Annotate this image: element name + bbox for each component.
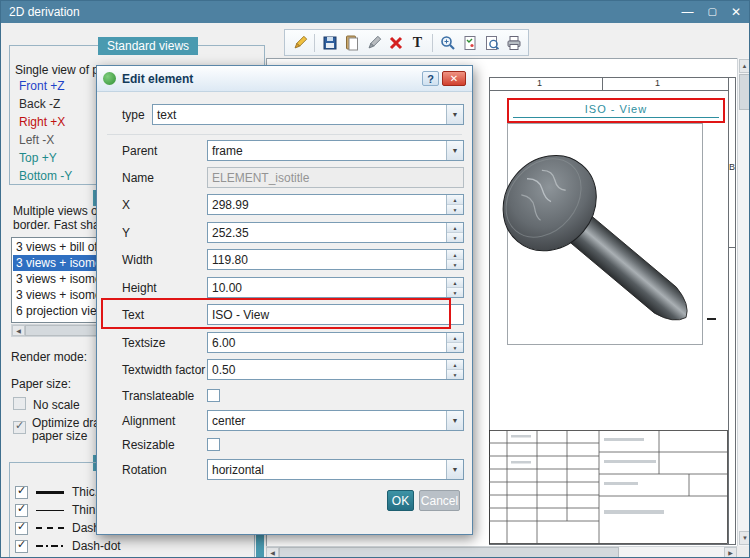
pen-icon[interactable] bbox=[363, 32, 384, 53]
parent-label: Parent bbox=[122, 144, 157, 158]
help-button[interactable]: ? bbox=[422, 71, 439, 86]
multi-views-text-1: Multiple views o bbox=[13, 204, 98, 218]
vertical-scrollbar[interactable]: ▲ ▼ bbox=[737, 58, 750, 546]
rotation-combo[interactable]: horizontal ▼ bbox=[207, 459, 464, 480]
multi-views-text-2: border. Fast shad bbox=[13, 218, 106, 232]
close-button[interactable]: ✕ bbox=[731, 1, 741, 23]
height-spinner[interactable]: 10.00 ▲▼ bbox=[207, 277, 464, 298]
dialog-close-button[interactable]: ✕ bbox=[442, 71, 466, 86]
name-label: Name bbox=[122, 171, 154, 185]
spin-up-icon[interactable]: ▲ bbox=[447, 250, 463, 260]
view-item-bottom[interactable]: Bottom -Y bbox=[19, 169, 72, 183]
minimize-button[interactable]: — bbox=[681, 1, 693, 23]
dimension-tick bbox=[707, 318, 716, 320]
page-markup-icon[interactable] bbox=[459, 32, 480, 53]
spin-down-icon[interactable]: ▼ bbox=[447, 343, 463, 352]
optimize-label-2: paper size bbox=[32, 429, 87, 443]
spin-down-icon[interactable]: ▼ bbox=[447, 370, 463, 379]
save-icon[interactable] bbox=[319, 32, 340, 53]
width-label: Width bbox=[122, 253, 153, 267]
view-item-top[interactable]: Top +Y bbox=[19, 151, 57, 165]
window-titlebar[interactable]: 2D derivation — ▢ ✕ bbox=[1, 1, 749, 23]
zone-number: 1 bbox=[537, 78, 542, 88]
resizable-checkbox[interactable] bbox=[207, 438, 220, 451]
ok-button[interactable]: OK bbox=[387, 490, 414, 511]
spin-down-icon[interactable]: ▼ bbox=[447, 288, 463, 297]
scroll-up-icon[interactable]: ▲ bbox=[739, 59, 750, 73]
render-mode-label: Render mode: bbox=[11, 350, 87, 364]
scroll-left-icon[interactable]: ◀ bbox=[266, 547, 279, 558]
spin-up-icon[interactable]: ▲ bbox=[447, 333, 463, 343]
type-combo[interactable]: text ▼ bbox=[152, 104, 464, 125]
delete-icon[interactable] bbox=[385, 32, 406, 53]
scrollbar-thumb[interactable] bbox=[279, 547, 619, 558]
alignment-label: Alignment bbox=[122, 414, 175, 428]
maximize-button[interactable]: ▢ bbox=[707, 1, 716, 23]
check-icon: ✓ bbox=[17, 520, 26, 533]
paper-size-label: Paper size: bbox=[11, 377, 71, 391]
check-icon: ✓ bbox=[17, 484, 26, 497]
height-label: Height bbox=[122, 281, 157, 295]
y-spinner[interactable]: 252.35 ▲▼ bbox=[207, 222, 464, 243]
drawing-toolbar: T bbox=[284, 29, 529, 56]
no-scale-checkbox[interactable] bbox=[13, 397, 26, 410]
zoom-icon[interactable] bbox=[437, 32, 458, 53]
scrollbar-thumb[interactable] bbox=[739, 74, 750, 110]
spin-up-icon[interactable]: ▲ bbox=[447, 278, 463, 288]
print-preview-icon[interactable] bbox=[481, 32, 502, 53]
line-style-row: ✓ Thin... bbox=[15, 502, 105, 518]
resizable-label: Resizable bbox=[122, 438, 175, 452]
dialog-titlebar[interactable]: Edit element ? ✕ bbox=[97, 66, 472, 92]
scroll-right-icon[interactable]: ▶ bbox=[724, 547, 737, 558]
cancel-button[interactable]: Cancel bbox=[419, 490, 460, 511]
textsize-label: Textsize bbox=[122, 336, 165, 350]
chevron-down-icon[interactable]: ▼ bbox=[446, 141, 463, 160]
spin-up-icon[interactable]: ▲ bbox=[447, 360, 463, 370]
clipboard-icon[interactable] bbox=[341, 32, 362, 53]
textwidth-label: Textwidth factor bbox=[122, 363, 205, 377]
thick-lines-checkbox[interactable]: ✓ bbox=[15, 486, 28, 499]
scroll-left-icon[interactable]: ◀ bbox=[12, 325, 25, 336]
text-label: Text bbox=[122, 308, 144, 322]
dashed-lines-checkbox[interactable]: ✓ bbox=[15, 522, 28, 535]
dialog-title: Edit element bbox=[122, 72, 422, 86]
title-block bbox=[489, 430, 728, 544]
chevron-down-icon[interactable]: ▼ bbox=[446, 460, 463, 479]
print-icon[interactable] bbox=[503, 32, 524, 53]
view-item-back[interactable]: Back -Z bbox=[19, 97, 60, 111]
sheet-frame-top bbox=[489, 90, 729, 91]
chevron-down-icon[interactable]: ▼ bbox=[446, 411, 463, 430]
check-icon: ✓ bbox=[17, 502, 26, 515]
view-item-front[interactable]: Front +Z bbox=[19, 79, 65, 93]
view-item-left[interactable]: Left -X bbox=[19, 133, 54, 147]
thick-line-sample bbox=[36, 491, 64, 494]
spin-down-icon[interactable]: ▼ bbox=[447, 205, 463, 214]
alignment-combo[interactable]: center ▼ bbox=[207, 410, 464, 431]
name-field: ELEMENT_isotitle bbox=[207, 167, 464, 188]
x-spinner[interactable]: 298.99 ▲▼ bbox=[207, 194, 464, 215]
dashdot-lines-checkbox[interactable]: ✓ bbox=[15, 540, 28, 553]
dashdot-line-sample bbox=[36, 545, 64, 547]
text-icon[interactable]: T bbox=[407, 32, 428, 53]
textwidth-spinner[interactable]: 0.50 ▲▼ bbox=[207, 359, 464, 380]
thin-lines-checkbox[interactable]: ✓ bbox=[15, 504, 28, 517]
width-spinner[interactable]: 119.80 ▲▼ bbox=[207, 249, 464, 270]
spin-down-icon[interactable]: ▼ bbox=[447, 233, 463, 242]
rotation-label: Rotation bbox=[122, 463, 167, 477]
dashdot-lines-label: Dash-dot bbox=[72, 539, 121, 553]
spin-up-icon[interactable]: ▲ bbox=[447, 223, 463, 233]
element-icon bbox=[103, 72, 116, 85]
type-label: type bbox=[122, 108, 145, 122]
spin-down-icon[interactable]: ▼ bbox=[447, 260, 463, 269]
optimize-checkbox[interactable]: ✓ bbox=[13, 421, 26, 434]
textsize-spinner[interactable]: 6.00 ▲▼ bbox=[207, 332, 464, 353]
edit-pencil-icon[interactable] bbox=[289, 32, 310, 53]
horizontal-scrollbar[interactable]: ◀ ▶ bbox=[266, 546, 737, 558]
chevron-down-icon[interactable]: ▼ bbox=[446, 105, 463, 124]
parent-combo[interactable]: frame ▼ bbox=[207, 140, 464, 161]
spin-up-icon[interactable]: ▲ bbox=[447, 195, 463, 205]
scroll-down-icon[interactable]: ▼ bbox=[739, 531, 750, 545]
translateable-checkbox[interactable] bbox=[207, 389, 220, 402]
view-item-right[interactable]: Right +X bbox=[19, 115, 65, 129]
text-field[interactable]: ISO - View bbox=[207, 304, 464, 325]
